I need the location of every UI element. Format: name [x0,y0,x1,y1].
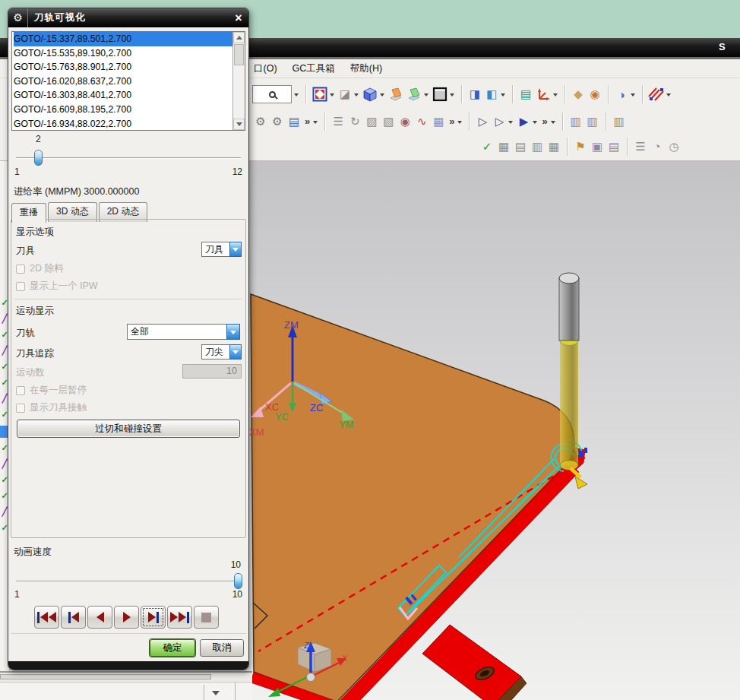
chevron-down-icon[interactable] [229,344,242,360]
snap-point-icon[interactable]: ◆ [570,86,587,103]
chevron-down-icon[interactable] [380,93,384,99]
menu-gc-toolbox[interactable]: GC工具箱 [293,62,335,75]
role-palette-icon[interactable]: ◉ [587,86,603,103]
flag-icon[interactable]: ⚑ [572,138,589,155]
goto-list-item[interactable]: GOTO/-16.303,88.401,2.700 [14,88,232,103]
machining-time-icon[interactable]: ◔ [649,138,666,155]
progress-slider-track[interactable] [16,157,241,159]
tool-library-icon[interactable]: ▥ [568,113,584,130]
tool-trace-dropdown[interactable]: 刀尖 [201,344,242,360]
find-doc-icon[interactable]: ▣ [589,138,606,155]
scroll-up-icon[interactable] [233,32,245,43]
toolpath-hash-icon[interactable] [647,86,666,103]
post-process-icon[interactable]: ⚙ [269,113,286,130]
tool-display-dropdown[interactable]: 刀具 [201,242,242,257]
chevron-down-icon[interactable] [533,121,537,126]
hatch-region-icon[interactable]: ▧ [380,113,397,130]
verify-ok-icon[interactable]: ✓ [479,138,495,155]
shaded-display-icon[interactable] [431,86,449,103]
property-list-icon[interactable]: ☰ [632,138,649,155]
chevron-down-icon[interactable] [501,93,505,99]
mill-contour-icon[interactable]: ▷ [474,113,491,130]
goto-list-item[interactable]: GOTO/-15.337,89.501,2.700 [14,32,232,46]
workpiece-icon[interactable]: ▥ [611,113,628,130]
goto-list-item[interactable]: GOTO/-16.609,88.195,2.700 [14,103,232,117]
machine-sim-icon[interactable]: ⚙ [252,113,269,130]
close-icon[interactable]: × [229,9,248,27]
window-expand-icon[interactable]: ◨ [466,86,483,103]
goto-list-item[interactable]: GOTO/-16.020,88.637,2.700 [14,74,232,89]
drill-point-icon[interactable]: ◉ [397,113,413,130]
gouge-collision-settings-button[interactable]: 过切和碰撞设置 [17,420,240,438]
chevron-down-icon[interactable] [229,242,242,257]
anim-slider-track[interactable] [16,581,241,582]
section-view-orange-icon[interactable] [387,86,405,103]
scrollbar-thumb[interactable] [234,44,244,65]
goto-list-item[interactable]: GOTO/-15.535,89.190,2.700 [14,46,232,61]
chevron-down-icon[interactable] [294,93,299,99]
step-forward-button[interactable] [141,606,166,629]
command-finder-input[interactable] [252,85,292,103]
horizontal-scrollbar[interactable] [0,674,211,679]
tab-replay[interactable]: 重播 [11,203,46,223]
spline-path-icon[interactable]: ∿ [413,113,430,130]
overflow-icon[interactable]: » [305,116,310,127]
fit-view-icon[interactable] [311,86,329,103]
goto-list-item[interactable]: GOTO/-15.763,88.901,2.700 [14,60,232,74]
view-toggle-icon[interactable]: ◑ [613,86,630,103]
anim-slider-thumb[interactable] [234,573,242,589]
machine-tool-view-icon[interactable]: ▤ [512,138,529,155]
goto-listbox[interactable]: GOTO/-15.337,89.501,2.700 GOTO/-15.535,8… [11,31,245,131]
info-doc-icon[interactable]: ▤ [606,138,622,155]
play-forward-button[interactable] [114,606,139,629]
chevron-down-icon[interactable] [508,121,513,126]
chevron-down-icon[interactable] [666,93,671,99]
hatch-area-icon[interactable]: ▨ [363,113,380,130]
section-view-green-icon[interactable] [405,86,423,103]
chevron-down-icon[interactable] [424,93,429,99]
overflow-icon[interactable]: » [449,116,454,127]
forward-to-end-button[interactable] [167,606,192,629]
scroll-down-icon[interactable] [233,119,245,130]
chevron-down-icon[interactable] [330,93,334,99]
trimetric-view-icon[interactable]: ◪ [337,86,353,103]
operation-navigator-icon[interactable]: ▤ [517,86,534,103]
list-ops-icon[interactable]: ☰ [330,113,346,130]
clock-icon[interactable]: ◷ [666,138,682,155]
dropdown-arrow-button[interactable] [204,685,226,700]
rewind-to-start-button[interactable] [34,606,59,629]
reorder-ops-icon[interactable]: ↻ [346,113,363,130]
play-backward-button[interactable] [87,606,112,629]
program-view-icon[interactable]: ▦ [495,138,512,155]
machine-group-icon[interactable]: ▥ [584,113,601,130]
mill-flow-icon[interactable]: ▶ [515,113,532,130]
progress-slider-thumb[interactable] [34,150,43,166]
chevron-down-icon[interactable] [313,121,318,126]
isometric-view-icon[interactable] [361,86,379,103]
overflow-icon[interactable]: » [542,116,547,127]
chevron-down-icon[interactable] [226,324,240,340]
menu-window[interactable]: 口(O) [254,62,277,75]
menu-help[interactable]: 帮助(H) [350,62,382,75]
pattern-grid-icon[interactable]: ▦ [430,113,447,130]
mill-planar-icon[interactable]: ▷ [491,113,508,130]
geometry-view-icon[interactable]: ▥ [529,138,546,155]
method-view-icon[interactable]: ▦ [546,138,562,155]
window-cascade-icon[interactable]: ◧ [483,86,500,103]
ok-button[interactable]: 确定 [150,639,195,657]
chevron-down-icon[interactable] [551,121,555,126]
wcs-csys-icon[interactable] [534,86,552,103]
cancel-button[interactable]: 取消 [200,639,244,657]
chevron-down-icon[interactable] [354,93,359,99]
shop-doc-icon[interactable]: ▤ [286,113,302,130]
chevron-down-icon[interactable] [553,93,558,99]
goto-list-item[interactable]: GOTO/-16.934,88.022,2.700 [14,117,232,130]
chevron-down-icon[interactable] [450,93,454,99]
list-scrollbar[interactable] [232,32,245,130]
step-backward-button[interactable] [61,606,86,629]
gear-icon[interactable]: ⚙ [8,8,28,27]
toolpath-dropdown[interactable]: 全部 [127,324,240,340]
dialog-titlebar[interactable]: ⚙ 刀轨可视化 × [8,8,248,27]
chevron-down-icon[interactable] [631,93,635,99]
chevron-down-icon[interactable] [457,121,462,126]
